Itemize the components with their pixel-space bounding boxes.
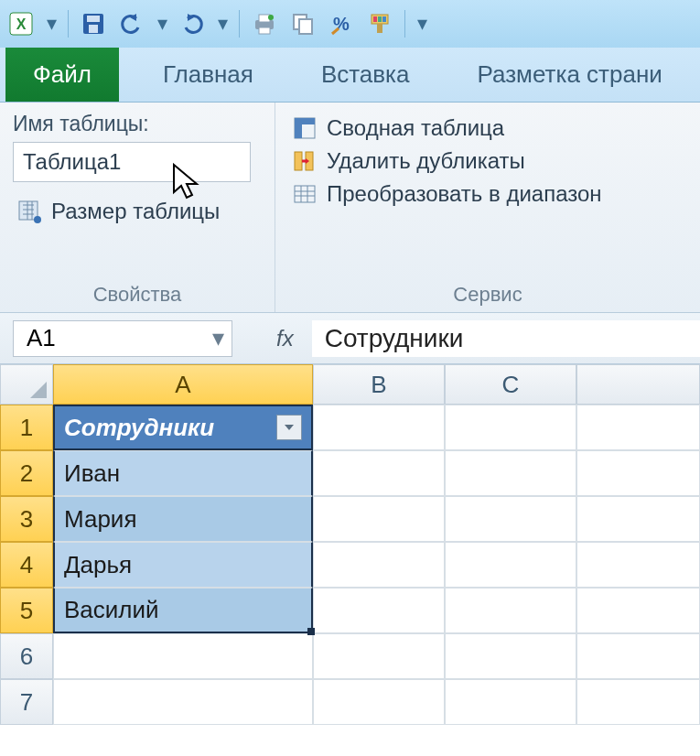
copy-icon[interactable] — [289, 10, 317, 38]
cell[interactable] — [576, 405, 700, 450]
svg-text:X: X — [16, 16, 27, 32]
row-header-5[interactable]: 5 — [0, 588, 53, 633]
ribbon-tabs: Файл Главная Вставка Разметка страни — [0, 48, 700, 103]
formula-bar: A1 ▾ fx Сотрудники — [0, 313, 700, 364]
pivot-table-button[interactable]: Сводная таблица — [288, 112, 687, 145]
cell[interactable] — [53, 633, 313, 679]
pivot-table-icon — [292, 115, 318, 141]
filter-dropdown-icon[interactable] — [276, 415, 302, 440]
group-properties-title: Свойства — [13, 277, 262, 307]
cell[interactable] — [313, 405, 445, 450]
cell[interactable] — [313, 588, 445, 633]
row-header-6[interactable]: 6 — [0, 633, 53, 679]
column-header-b[interactable]: B — [313, 364, 445, 405]
redo-dropdown-icon[interactable]: ▾ — [217, 10, 228, 38]
convert-to-range-label: Преобразовать в диапазон — [327, 181, 602, 207]
tab-file[interactable]: Файл — [5, 48, 119, 102]
svg-rect-13 — [373, 16, 377, 22]
table-row[interactable]: Василий — [53, 588, 313, 633]
cell[interactable] — [53, 679, 313, 725]
group-tools-title: Сервис — [288, 277, 687, 307]
cell[interactable] — [445, 542, 576, 588]
group-properties: Имя таблицы: Размер таблицы Свойства — [0, 103, 275, 312]
table-name-input[interactable] — [13, 142, 251, 182]
remove-duplicates-button[interactable]: Удалить дубликаты — [288, 145, 687, 178]
group-tools: Сводная таблица Удалить дубликаты Преобр… — [275, 103, 700, 312]
svg-rect-7 — [259, 27, 270, 34]
svg-rect-10 — [299, 19, 312, 34]
excel-logo-icon: X — [7, 10, 35, 38]
print-icon[interactable] — [251, 10, 278, 38]
column-header-d[interactable] — [576, 364, 700, 405]
tab-home[interactable]: Главная — [139, 48, 277, 102]
row-header-4[interactable]: 4 — [0, 542, 53, 588]
cell[interactable] — [445, 679, 576, 725]
percent-style-icon[interactable]: % — [328, 10, 355, 38]
cell[interactable] — [576, 588, 700, 633]
qat-more-dropdown-icon[interactable]: ▾ — [416, 10, 427, 38]
cell[interactable] — [576, 496, 700, 542]
redo-icon[interactable] — [178, 10, 206, 38]
resize-table-label: Размер таблицы — [51, 199, 220, 224]
column-header-c[interactable]: C — [445, 364, 576, 405]
cell[interactable] — [313, 496, 445, 542]
cell[interactable] — [313, 542, 445, 588]
column-header-a[interactable]: A — [53, 364, 313, 405]
cell[interactable] — [445, 450, 576, 496]
cell[interactable] — [445, 588, 576, 633]
undo-dropdown-icon[interactable]: ▾ — [156, 10, 167, 38]
customize-dropdown-icon[interactable]: ▾ — [46, 10, 57, 38]
svg-rect-21 — [295, 118, 315, 124]
svg-point-18 — [34, 216, 41, 223]
remove-duplicates-label: Удалить дубликаты — [327, 148, 525, 174]
row-header-2[interactable]: 2 — [0, 450, 53, 496]
cell[interactable] — [313, 450, 445, 496]
select-all-corner[interactable] — [0, 364, 53, 405]
cell[interactable] — [445, 496, 576, 542]
name-box[interactable]: A1 ▾ — [13, 320, 232, 357]
row-header-1[interactable]: 1 — [0, 405, 53, 450]
ribbon-body: Имя таблицы: Размер таблицы Свойства Сво… — [0, 103, 700, 313]
svg-point-8 — [268, 15, 274, 20]
cell[interactable] — [576, 633, 700, 679]
cell[interactable] — [576, 679, 700, 725]
row-header-3[interactable]: 3 — [0, 496, 53, 542]
cell[interactable] — [576, 542, 700, 588]
svg-rect-15 — [382, 16, 386, 22]
cell[interactable] — [445, 633, 576, 679]
table-header-text: Сотрудники — [64, 414, 214, 442]
table-row[interactable]: Мария — [53, 496, 313, 542]
format-painter-icon[interactable] — [366, 10, 393, 38]
resize-table-icon — [16, 199, 42, 224]
table-name-label: Имя таблицы: — [13, 112, 262, 136]
convert-to-range-icon — [292, 181, 318, 207]
convert-to-range-button[interactable]: Преобразовать в диапазон — [288, 178, 687, 211]
name-box-dropdown-icon[interactable]: ▾ — [212, 324, 224, 352]
table-row[interactable]: Иван — [53, 450, 313, 496]
svg-rect-4 — [89, 25, 98, 33]
svg-rect-17 — [19, 201, 38, 220]
quick-access-toolbar: X ▾ ▾ ▾ % ▾ — [0, 0, 700, 48]
table-header-cell[interactable]: Сотрудники — [53, 405, 313, 450]
remove-duplicates-icon — [292, 148, 318, 174]
name-box-value: A1 — [27, 324, 56, 352]
table-row[interactable]: Дарья — [53, 542, 313, 588]
resize-table-button[interactable]: Размер таблицы — [13, 195, 262, 228]
svg-rect-22 — [295, 152, 302, 170]
tab-insert[interactable]: Вставка — [297, 48, 434, 102]
row-header-7[interactable]: 7 — [0, 679, 53, 725]
fx-label[interactable]: fx — [276, 326, 294, 351]
cell[interactable] — [313, 679, 445, 725]
cell[interactable] — [576, 450, 700, 496]
svg-rect-24 — [295, 186, 315, 202]
cell[interactable] — [445, 405, 576, 450]
cell[interactable] — [313, 633, 445, 679]
undo-icon[interactable] — [118, 10, 145, 38]
formula-input[interactable]: Сотрудники — [312, 320, 700, 357]
svg-rect-3 — [87, 16, 100, 22]
pivot-table-label: Сводная таблица — [327, 115, 504, 141]
spreadsheet-grid: A B C 1 Сотрудники 2 Иван 3 Мария 4 Дарь… — [0, 364, 700, 725]
svg-rect-14 — [378, 16, 382, 22]
save-icon[interactable] — [80, 10, 107, 38]
tab-page-layout[interactable]: Разметка страни — [454, 48, 686, 102]
